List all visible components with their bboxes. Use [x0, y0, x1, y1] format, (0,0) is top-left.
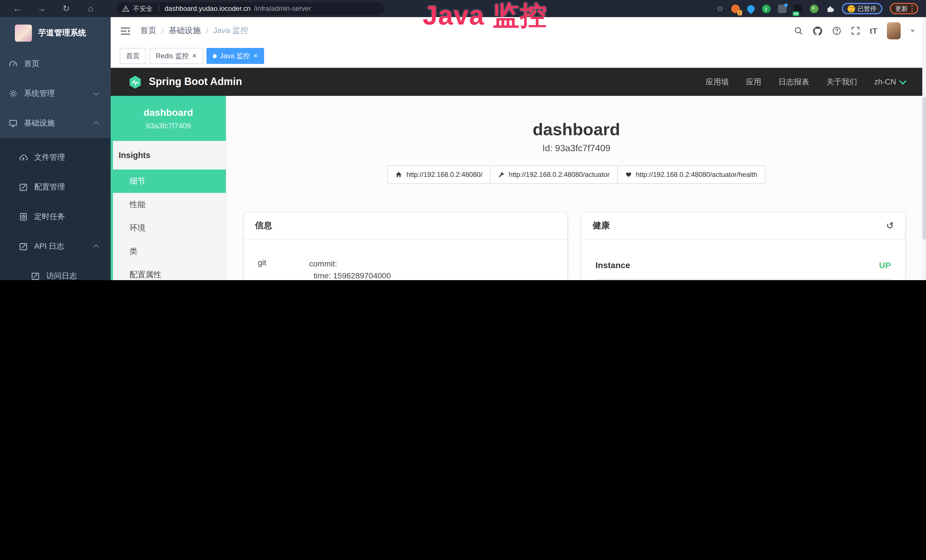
- sidebar-item-label: API 日志: [34, 241, 64, 251]
- chevron-down-icon: [93, 90, 99, 95]
- scrollbar-thumb[interactable]: [922, 97, 926, 240]
- tab-home[interactable]: 首页: [120, 48, 146, 64]
- help-icon[interactable]: [832, 26, 841, 35]
- extensions-puzzle-icon[interactable]: [826, 4, 834, 13]
- card-title: 健康: [593, 220, 610, 231]
- security-label[interactable]: 不安全: [133, 4, 153, 13]
- url-path[interactable]: /infra/admin-server: [254, 5, 311, 12]
- sba-instance-sidebar: dashboard 93a3fc7f7409 Insights 细节 性能 环境…: [110, 96, 227, 280]
- endpoint-url: http://192.168.0.2:48080/: [406, 171, 483, 179]
- forward-icon[interactable]: →: [36, 0, 47, 17]
- history-icon[interactable]: [886, 220, 894, 231]
- tab-label: Java 监控: [220, 51, 250, 61]
- sidebar-item-api-log[interactable]: API 日志: [0, 232, 110, 261]
- info-value: commit: time: 1596289704000 id: 27aa832 …: [309, 258, 391, 280]
- chevron-down-icon: [899, 77, 906, 85]
- sidebar-item-label: 文件管理: [34, 152, 65, 163]
- github-icon[interactable]: [813, 26, 823, 36]
- endpoint-home-link[interactable]: http://192.168.0.2:48080/: [387, 165, 490, 184]
- endpoint-actuator-link[interactable]: http://192.168.0.2:48080/actuator: [490, 165, 618, 184]
- endpoint-links: http://192.168.0.2:48080/ http://192.168…: [227, 165, 926, 184]
- breadcrumb-infra[interactable]: 基础设施: [169, 26, 201, 36]
- back-icon[interactable]: ←: [11, 0, 23, 17]
- close-icon[interactable]: [192, 52, 197, 60]
- font-size-icon[interactable]: tT: [870, 26, 877, 35]
- app-sidebar: 芋道管理系统 首页 系统管理 基础设施 文件管理 配置管理: [0, 17, 110, 280]
- sidebar-item-system[interactable]: 系统管理: [0, 79, 110, 108]
- bookmark-star-icon[interactable]: ☆: [716, 4, 723, 13]
- tab-java[interactable]: Java 监控: [206, 48, 264, 64]
- sba-menu-metrics[interactable]: 性能: [113, 193, 226, 216]
- user-avatar[interactable]: [887, 22, 900, 39]
- wrench-icon: [498, 171, 505, 178]
- sba-insights-group: Insights 细节 性能 环境 类 配置属性 计划任务: [110, 141, 226, 280]
- endpoint-health-link[interactable]: http://192.168.0.2:48080/actuator/health: [617, 165, 765, 184]
- extension-icon-pin[interactable]: [746, 3, 756, 14]
- extension-icon-y[interactable]: y: [762, 4, 770, 13]
- update-label: 更新: [895, 4, 908, 13]
- sba-menu-classes[interactable]: 类: [113, 240, 226, 263]
- home-icon[interactable]: ⌂: [85, 0, 96, 17]
- breadcrumb: 首页 / 基础设施 / Java 监控: [140, 26, 248, 36]
- sba-nav-applications[interactable]: 应用: [746, 77, 761, 87]
- sba-instance-id: 93a3fc7f7409: [146, 121, 191, 130]
- sidebar-item-job[interactable]: 定时任务: [0, 202, 110, 232]
- sba-main: dashboard Id: 93a3fc7f7409 http://192.16…: [227, 96, 926, 280]
- gauge-icon: [9, 59, 18, 68]
- extension-icon-orange[interactable]: 1: [731, 4, 740, 13]
- sidebar-item-config[interactable]: 配置管理: [0, 172, 110, 202]
- sba-instance-header[interactable]: dashboard 93a3fc7f7409: [110, 96, 226, 141]
- breadcrumb-home[interactable]: 首页: [140, 26, 156, 36]
- heartbeat-icon: [625, 171, 632, 178]
- sidebar-item-label: 配置管理: [34, 182, 65, 192]
- endpoint-url: http://192.168.0.2:48080/actuator: [509, 171, 610, 179]
- scrollbar-track[interactable]: [922, 17, 926, 280]
- omnibox-divider: [158, 5, 159, 12]
- browser-update-button[interactable]: 更新: [890, 3, 918, 14]
- sba-menu-details[interactable]: 细节: [113, 170, 226, 193]
- sidebar-item-home[interactable]: 首页: [0, 49, 110, 79]
- search-icon[interactable]: [794, 26, 803, 35]
- extension-icon-green[interactable]: [809, 4, 818, 13]
- sba-brand[interactable]: Spring Boot Admin: [128, 74, 242, 89]
- sba-menu-configprops[interactable]: 配置属性: [113, 263, 226, 280]
- sba-locale-select[interactable]: zh-CN: [874, 77, 905, 86]
- chevron-up-icon: [93, 121, 99, 127]
- health-row-instance: Instance UP: [595, 251, 891, 280]
- address-bar[interactable]: 不安全 dashboard.yudao.iocoder.cn/infra/adm…: [117, 2, 384, 15]
- sba-menu-environment[interactable]: 环境: [113, 216, 226, 240]
- breadcrumb-current: Java 监控: [213, 26, 248, 36]
- reload-icon[interactable]: ↻: [61, 0, 72, 17]
- chevron-up-icon: [93, 244, 99, 250]
- card-title: 信息: [255, 220, 272, 231]
- sba-instance-name: dashboard: [144, 107, 193, 118]
- sidebar-item-infra[interactable]: 基础设施: [0, 108, 110, 138]
- close-icon[interactable]: [254, 52, 258, 60]
- sidebar-item-access-log[interactable]: 访问日志: [0, 261, 110, 280]
- sba-logo-icon: [128, 74, 142, 89]
- profile-paused-pill[interactable]: 已暂停: [841, 3, 882, 14]
- health-key: Instance: [595, 260, 879, 270]
- screen: ← → ↻ ⌂ 不安全 dashboard.yudao.iocoder.cn/i…: [0, 0, 926, 280]
- edit-icon: [19, 183, 28, 192]
- sba-nav-wallboard[interactable]: 应用墙: [705, 77, 729, 87]
- fullscreen-icon[interactable]: [851, 26, 860, 35]
- tags-view-bar: 首页 Redis 监控 Java 监控: [110, 44, 926, 68]
- browser-menu-icon[interactable]: [911, 5, 912, 12]
- extension-icon-adblock[interactable]: on: [794, 4, 802, 13]
- sba-locale-value: zh-CN: [874, 77, 896, 86]
- sba-nav-journal[interactable]: 日志报表: [778, 77, 809, 87]
- user-menu-caret-icon[interactable]: [910, 29, 915, 32]
- brand-title: 芋道管理系统: [38, 28, 86, 38]
- sba-nav-about[interactable]: 关于我们: [826, 77, 857, 87]
- brand[interactable]: 芋道管理系统: [0, 17, 110, 49]
- sba-menu-insights[interactable]: Insights: [113, 141, 226, 170]
- url-host[interactable]: dashboard.yudao.iocoder.cn: [165, 5, 251, 12]
- extension-icon-grid[interactable]: [778, 4, 786, 13]
- info-key: git: [258, 258, 309, 280]
- sidebar-item-file[interactable]: 文件管理: [0, 143, 110, 172]
- hamburger-icon[interactable]: [120, 27, 131, 35]
- tab-redis[interactable]: Redis 监控: [150, 48, 203, 64]
- sidebar-item-label: 系统管理: [24, 88, 55, 99]
- extension-badge: 1: [737, 10, 742, 15]
